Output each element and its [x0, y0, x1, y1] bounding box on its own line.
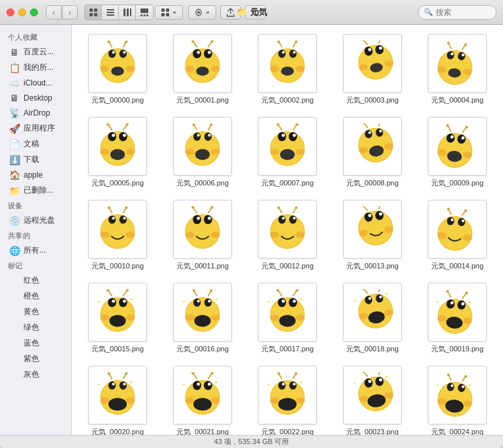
- file-thumbnail: ✦: [258, 200, 317, 259]
- back-button[interactable]: ‹: [46, 5, 61, 20]
- list-item[interactable]: 元気_00001.png: [163, 31, 242, 108]
- sidebar-item-purple[interactable]: 紫色: [3, 351, 69, 366]
- svg-line-348: [378, 372, 382, 375]
- all-icon: 🌐: [9, 246, 20, 256]
- file-name: 元気_00013.png: [346, 261, 398, 271]
- sidebar-item-baidu[interactable]: 🖥 百度云...: [3, 44, 69, 59]
- sidebar-item-apple[interactable]: 🏠 apple: [3, 168, 69, 182]
- settings-button[interactable]: [188, 5, 216, 20]
- forward-button[interactable]: ›: [62, 5, 78, 20]
- svg-point-338: [278, 381, 285, 390]
- list-item[interactable]: 元気_00003.png: [333, 31, 412, 108]
- sidebar-item-apps[interactable]: 🚀 应用程序: [3, 121, 69, 136]
- list-item[interactable]: ✦ 元気_00014.png: [418, 197, 496, 274]
- list-item[interactable]: ✦ ✦✦ 元気_00021.png: [163, 363, 242, 435]
- svg-line-192: [378, 206, 382, 209]
- list-item[interactable]: ✦ ✦✦ 元気_00024.png: [418, 363, 496, 435]
- svg-point-49: [295, 40, 297, 43]
- search-input[interactable]: [436, 8, 488, 17]
- list-item[interactable]: ✦ ✦✦ 元気_00016.png: [163, 280, 242, 357]
- list-item[interactable]: ✦ ✦✦ 元気_00020.png: [78, 363, 157, 435]
- list-item[interactable]: ✦ 元気_00011.png: [163, 197, 242, 274]
- list-item[interactable]: ✦ 元気_00010.png: [78, 197, 157, 274]
- sidebar-item-green[interactable]: 绿色: [3, 320, 69, 335]
- list-item[interactable]: 元気_00006.png: [163, 114, 242, 191]
- svg-point-225: [126, 315, 135, 321]
- arrange-button[interactable]: [155, 5, 183, 20]
- file-area: 元気_00000.png 元気_00001.png: [72, 25, 503, 435]
- sidebar-item-yellow[interactable]: 黄色: [3, 304, 69, 319]
- search-box[interactable]: 🔍: [418, 5, 496, 20]
- downloads-icon: ⬇️: [9, 155, 20, 165]
- list-item[interactable]: ✦ ✦✦ 元気_00022.png: [248, 363, 327, 435]
- icon-view-button[interactable]: [85, 5, 102, 20]
- sidebar-label-yellow: 黄色: [24, 306, 39, 317]
- svg-point-94: [119, 132, 127, 141]
- list-item[interactable]: 元気_00004.png: [418, 31, 496, 108]
- svg-point-304: [100, 398, 109, 404]
- sidebar-label-remote-disk: 远程光盘: [24, 215, 55, 226]
- sidebar-item-docs[interactable]: 📄 文稿: [3, 136, 69, 152]
- list-item[interactable]: ✦ ✦✦ 元気_00019.png: [418, 280, 496, 357]
- sidebar-item-icloud[interactable]: ☁️ iCloud...: [3, 76, 69, 90]
- svg-line-33: [193, 42, 197, 47]
- sidebar-item-myfiles[interactable]: 📋 我的所...: [3, 60, 69, 75]
- svg-point-169: [186, 215, 219, 248]
- svg-rect-4: [106, 9, 114, 10]
- list-item[interactable]: 元気_00005.png: [78, 114, 157, 191]
- list-item[interactable]: ✦ ✦✦ 元気_00017.png: [248, 280, 327, 357]
- sidebar-item-remote-disk[interactable]: 💿 远程光盘: [3, 213, 69, 228]
- svg-point-53: [296, 66, 305, 72]
- svg-rect-16: [161, 13, 165, 16]
- sidebar-item-red[interactable]: 红色: [3, 273, 69, 288]
- svg-text:✦: ✦: [214, 380, 218, 385]
- svg-point-185: [278, 216, 285, 224]
- list-item[interactable]: 元気_00002.png: [248, 31, 327, 108]
- list-item[interactable]: ✦ 元気_00013.png: [333, 197, 412, 274]
- svg-point-110: [195, 149, 210, 160]
- sidebar-item-all[interactable]: 🌐 所有...: [3, 243, 69, 258]
- svg-point-183: [270, 232, 279, 238]
- sidebar-item-gray[interactable]: 灰色: [3, 367, 69, 382]
- svg-point-341: [293, 383, 295, 385]
- svg-point-18: [197, 11, 200, 14]
- svg-line-20: [109, 42, 112, 48]
- sidebar-item-downloads[interactable]: ⬇️ 下载: [3, 152, 69, 167]
- svg-point-301: [125, 372, 127, 375]
- maximize-button[interactable]: [30, 8, 38, 16]
- svg-point-117: [270, 149, 279, 155]
- svg-point-306: [108, 381, 116, 390]
- svg-point-44: [208, 51, 211, 54]
- list-item[interactable]: 元気_00000.png: [78, 31, 157, 108]
- list-item[interactable]: 元気_00008.png: [333, 114, 412, 191]
- file-thumbnail: ✦ ✦✦: [428, 283, 487, 342]
- column-view-button[interactable]: [119, 5, 136, 20]
- list-item[interactable]: 元気_00007.png: [248, 114, 327, 191]
- sidebar-item-blue[interactable]: 蓝色: [3, 336, 69, 351]
- list-item[interactable]: ✦ 元気_00012.png: [248, 197, 327, 274]
- sidebar-label-icloud: iCloud...: [24, 78, 52, 88]
- list-item[interactable]: ✦ ✦✦ 元気_00015.png: [78, 280, 157, 357]
- svg-point-242: [193, 298, 201, 307]
- trash-icon: 📁: [9, 185, 20, 196]
- svg-point-162: [123, 217, 125, 219]
- list-item[interactable]: ✦ ✦✦ 元気_00023.png: [333, 363, 412, 435]
- close-button[interactable]: [7, 8, 14, 16]
- list-item[interactable]: 元気_00009.png: [418, 114, 496, 191]
- sidebar-item-trash[interactable]: 📁 已删除...: [3, 183, 69, 198]
- minimize-button[interactable]: [18, 8, 26, 16]
- svg-point-122: [293, 134, 296, 137]
- list-item[interactable]: ✦ ✦✦ 元気_00018.png: [333, 280, 412, 357]
- svg-point-325: [208, 383, 211, 386]
- svg-line-330: [279, 374, 282, 379]
- file-thumbnail: ✦ ✦✦: [343, 283, 402, 342]
- sidebar-item-orange[interactable]: 橙色: [3, 289, 69, 304]
- sidebar-item-airdrop[interactable]: 📡 AirDrop: [3, 106, 69, 120]
- sidebar-item-desktop[interactable]: 🖥 Desktop: [3, 91, 69, 105]
- devices-section-title: 设备: [0, 199, 71, 212]
- svg-line-153: [123, 208, 125, 214]
- file-name: 元気_00009.png: [431, 178, 483, 188]
- gallery-view-button[interactable]: [136, 5, 153, 20]
- list-view-button[interactable]: [102, 5, 119, 20]
- file-name: 元気_00023.png: [346, 427, 398, 435]
